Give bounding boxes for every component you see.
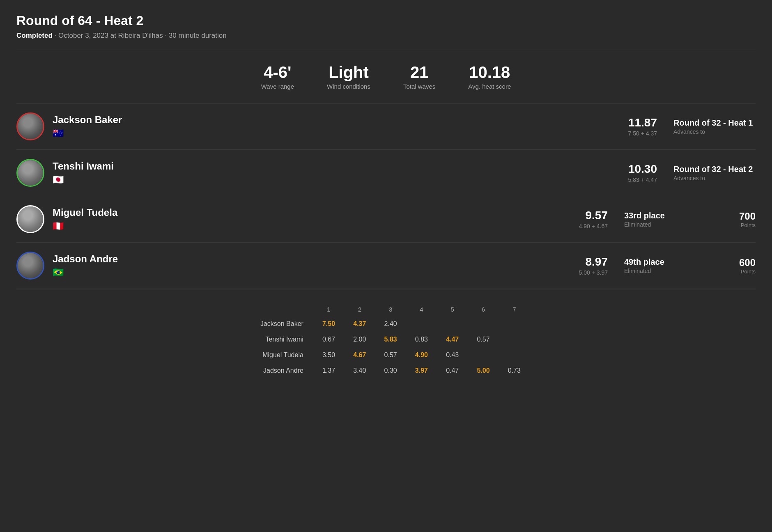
wave-score-cell: 2.00	[344, 332, 375, 347]
surfer-flag-miguel: 🇵🇪	[53, 221, 579, 232]
col-header-1: 1	[313, 303, 344, 316]
surfer-result-jadson: 49th place Eliminated	[624, 257, 706, 274]
surfer-result-label-tenshi: Round of 32 - Heat 2	[673, 165, 756, 174]
surfer-flag-tenshi: 🇯🇵	[53, 174, 628, 185]
wave-player-name: Tenshi Iwami	[242, 332, 313, 347]
page-title: Round of 64 - Heat 2	[16, 13, 756, 28]
wave-scores-table: 1 2 3 4 5 6 7 Jackson Baker7.504.372.40T…	[242, 303, 530, 378]
header-location: Ribeira D'ilhas	[118, 32, 163, 39]
wave-score-cell: 0.43	[437, 347, 468, 363]
wave-score-cell: 4.90	[406, 347, 437, 363]
stat-wave-range-label: Wave range	[261, 83, 294, 90]
stat-total-waves-value: 21	[403, 63, 435, 81]
stat-avg-score-label: Avg. heat score	[468, 83, 511, 90]
surfer-right-jadson: 8.97 5.00 + 3.97 49th place Eliminated 6…	[579, 255, 756, 276]
surfer-result-jackson: Round of 32 - Heat 1 Advances to	[673, 118, 756, 135]
wave-score-cell: 0.57	[468, 332, 499, 347]
surfer-right-tenshi: 10.30 5.83 + 4.47 Round of 32 - Heat 2 A…	[628, 163, 756, 183]
col-header-5: 5	[437, 303, 468, 316]
wave-score-cell: 2.40	[375, 316, 406, 332]
col-header-7: 7	[499, 303, 530, 316]
wave-table-row: Tenshi Iwami0.672.005.830.834.470.57	[242, 332, 530, 347]
surfer-row-tenshi: Tenshi Iwami 🇯🇵 10.30 5.83 + 4.47 Round …	[16, 150, 756, 196]
surfer-info-miguel: Miguel Tudela 🇵🇪	[53, 207, 579, 232]
wave-score-cell: 0.83	[406, 332, 437, 347]
surfer-score-sub-tenshi: 5.83 + 4.47	[628, 177, 657, 183]
surfer-name-miguel: Miguel Tudela	[53, 207, 579, 218]
col-header-name	[242, 303, 313, 316]
surfer-flag-jadson: 🇧🇷	[53, 267, 579, 278]
surfer-result-sub-miguel: Eliminated	[624, 221, 706, 228]
stat-wind-value: Light	[327, 63, 370, 81]
surfer-points-label-miguel: Points	[723, 222, 756, 228]
surfer-info-jackson: Jackson Baker 🇦🇺	[53, 114, 628, 139]
wave-score-cell	[468, 316, 499, 332]
stat-wave-range: 4-6' Wave range	[261, 63, 294, 90]
surfer-result-sub-jadson: Eliminated	[624, 268, 706, 274]
avatar-jackson	[16, 112, 44, 140]
stat-wind-label: Wind conditions	[327, 83, 370, 90]
surfer-info-tenshi: Tenshi Iwami 🇯🇵	[53, 161, 628, 185]
surfer-result-label-jadson: 49th place	[624, 257, 706, 267]
surfer-score-miguel: 9.57 4.90 + 4.67	[579, 209, 608, 229]
stat-avg-score: 10.18 Avg. heat score	[468, 63, 511, 90]
wave-score-cell: 3.50	[313, 347, 344, 363]
avatar-jadson	[16, 252, 44, 280]
surfer-score-jadson: 8.97 5.00 + 3.97	[579, 255, 608, 276]
surfer-score-tenshi: 10.30 5.83 + 4.47	[628, 163, 657, 183]
header-date: October 3, 2023	[58, 32, 108, 39]
surfer-score-main-jackson: 11.87	[628, 116, 657, 129]
wave-score-cell: 0.73	[499, 363, 530, 378]
surfer-row-miguel: Miguel Tudela 🇵🇪 9.57 4.90 + 4.67 33rd p…	[16, 196, 756, 243]
surfer-score-sub-miguel: 4.90 + 4.67	[579, 223, 608, 229]
stat-total-waves-label: Total waves	[403, 83, 435, 90]
wave-table-header-row: 1 2 3 4 5 6 7	[242, 303, 530, 316]
page-header: Round of 64 - Heat 2 Completed · October…	[16, 13, 756, 40]
wave-score-cell: 3.40	[344, 363, 375, 378]
wave-score-cell: 1.37	[313, 363, 344, 378]
surfer-score-sub-jadson: 5.00 + 3.97	[579, 269, 608, 276]
surfer-points-miguel: 700 Points	[723, 211, 756, 228]
wave-scores-section: 1 2 3 4 5 6 7 Jackson Baker7.504.372.40T…	[16, 303, 756, 378]
col-header-3: 3	[375, 303, 406, 316]
wave-table-row: Jackson Baker7.504.372.40	[242, 316, 530, 332]
surfers-list: Jackson Baker 🇦🇺 11.87 7.50 + 4.37 Round…	[16, 103, 756, 289]
surfer-points-label-jadson: Points	[723, 268, 756, 275]
stat-wave-range-value: 4-6'	[261, 63, 294, 81]
surfer-score-sub-jackson: 7.50 + 4.37	[628, 130, 657, 137]
surfer-name-jadson: Jadson Andre	[53, 253, 579, 265]
wave-score-cell	[499, 316, 530, 332]
wave-score-cell: 4.47	[437, 332, 468, 347]
wave-score-cell: 4.67	[344, 347, 375, 363]
wave-score-cell: 3.97	[406, 363, 437, 378]
surfer-info-jadson: Jadson Andre 🇧🇷	[53, 253, 579, 278]
header-subtitle: Completed · October 3, 2023 at Ribeira D…	[16, 32, 756, 40]
surfer-result-miguel: 33rd place Eliminated	[624, 211, 706, 228]
wave-table-row: Miguel Tudela3.504.670.574.900.43	[242, 347, 530, 363]
surfer-result-label-miguel: 33rd place	[624, 211, 706, 220]
surfer-result-sub-tenshi: Advances to	[673, 175, 756, 181]
surfer-score-main-tenshi: 10.30	[628, 163, 657, 176]
wave-score-cell: 4.37	[344, 316, 375, 332]
wave-score-cell	[468, 347, 499, 363]
wave-player-name: Jadson Andre	[242, 363, 313, 378]
wave-score-cell: 0.67	[313, 332, 344, 347]
surfer-points-jadson: 600 Points	[723, 257, 756, 275]
surfer-points-value-miguel: 700	[723, 211, 756, 222]
surfer-points-value-jadson: 600	[723, 257, 756, 268]
surfer-right-jackson: 11.87 7.50 + 4.37 Round of 32 - Heat 1 A…	[628, 116, 756, 137]
wave-player-name: Jackson Baker	[242, 316, 313, 332]
surfer-result-sub-jackson: Advances to	[673, 128, 756, 135]
surfer-score-main-jadson: 8.97	[579, 255, 608, 268]
avatar-miguel	[16, 205, 44, 233]
col-header-2: 2	[344, 303, 375, 316]
wave-score-cell: 0.30	[375, 363, 406, 378]
wave-table-row: Jadson Andre1.373.400.303.970.475.000.73	[242, 363, 530, 378]
surfer-result-label-jackson: Round of 32 - Heat 1	[673, 118, 756, 128]
wave-score-cell: 0.57	[375, 347, 406, 363]
header-status: Completed	[16, 32, 53, 39]
wave-score-cell	[437, 316, 468, 332]
wave-player-name: Miguel Tudela	[242, 347, 313, 363]
bottom-divider	[16, 289, 756, 289]
stat-avg-score-value: 10.18	[468, 63, 511, 81]
